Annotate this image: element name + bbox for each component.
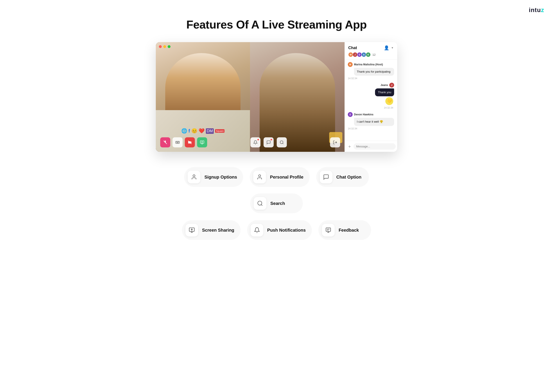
video-controls xyxy=(156,137,345,147)
feature-push-notifications[interactable]: Push Notifications xyxy=(247,220,312,240)
feature-search[interactable]: Search xyxy=(250,194,303,213)
message-time-devon: 14:32:34 xyxy=(348,127,394,130)
personal-profile-icon-wrap xyxy=(253,171,266,183)
features-section: Signup Options Personal Profile Chat Opt… xyxy=(156,167,397,240)
message-group-devon: D Devon Hawkins I can't hear it well 😤 1… xyxy=(348,112,394,130)
svg-rect-24 xyxy=(326,228,331,231)
video-content: 🌐 f 😊 ❤️ DM Square xyxy=(156,42,345,152)
controls-center xyxy=(250,137,287,147)
logo: intuz xyxy=(9,7,544,14)
avatar-1: M xyxy=(348,52,353,57)
avatar-count: 12 xyxy=(372,53,376,56)
video-person-left: 🌐 f 😊 ❤️ DM Square xyxy=(156,42,250,152)
personal-profile-label: Personal Profile xyxy=(270,175,303,180)
chat-title: Chat xyxy=(348,46,357,50)
feedback-icon-wrap xyxy=(322,224,335,237)
svg-point-18 xyxy=(258,201,262,205)
avatar-4: A xyxy=(362,52,366,57)
avatar-5: K xyxy=(366,52,371,57)
feature-personal-profile[interactable]: Personal Profile xyxy=(250,167,309,187)
feature-screen-sharing[interactable]: Screen Sharing xyxy=(182,220,241,240)
search-feature-label: Search xyxy=(270,201,285,206)
avatar-2: J xyxy=(353,52,357,57)
feature-signup-options[interactable]: Signup Options xyxy=(184,167,243,187)
sender-name-devon: Devon Hawkins xyxy=(354,113,374,116)
message-group-jeans: Jeans J Thank you 💛 14:32:34 xyxy=(348,83,394,109)
sender-avatar-devon: D xyxy=(348,112,353,117)
user-icon[interactable]: 👤 xyxy=(384,45,389,50)
avatar-3: D xyxy=(357,52,362,57)
screen-share-button[interactable] xyxy=(197,137,207,147)
features-row-1: Signup Options Personal Profile Chat Opt… xyxy=(156,167,397,213)
minimize-dot[interactable] xyxy=(163,45,166,48)
app-window: 🌐 f 😊 ❤️ DM Square xyxy=(156,42,397,152)
svg-line-19 xyxy=(261,204,262,206)
controls-left xyxy=(160,137,207,147)
feature-feedback[interactable]: Feedback xyxy=(319,220,371,240)
signup-options-label: Signup Options xyxy=(204,175,237,180)
logo-part2: z xyxy=(541,7,544,13)
message-bubble-jeans: Thank you xyxy=(375,88,394,96)
leave-button[interactable] xyxy=(330,137,340,147)
push-notifications-icon-wrap xyxy=(251,224,263,237)
chat-messages: M Marina Maliutina (Host) Thank you for … xyxy=(345,59,397,141)
mute-mic-button[interactable] xyxy=(160,137,170,147)
chat-button[interactable] xyxy=(263,137,274,147)
message-sender-jeans: Jeans J xyxy=(381,83,394,88)
chat-option-label: Chat Option xyxy=(336,175,362,180)
search-button[interactable] xyxy=(277,137,287,147)
svg-rect-1 xyxy=(176,141,179,143)
chat-panel: Chat 👤 ▼ M J D A K 12 M Marina M xyxy=(345,42,397,152)
push-notifications-label: Push Notifications xyxy=(267,228,306,233)
video-section: 🌐 f 😊 ❤️ DM Square xyxy=(156,42,345,152)
message-time-marina: 14:32:34 xyxy=(348,77,394,80)
maximize-dot[interactable] xyxy=(168,45,170,48)
mute-camera-button[interactable] xyxy=(185,137,195,147)
signup-options-icon-wrap xyxy=(188,171,200,183)
keyboard-button[interactable] xyxy=(172,137,183,147)
emoji-bubble-jeans: 💛 xyxy=(385,97,393,105)
svg-point-11 xyxy=(280,141,283,144)
page-title: Features Of A Live Streaming App xyxy=(9,18,544,31)
sender-avatar-jeans: J xyxy=(389,83,394,88)
svg-point-16 xyxy=(193,175,195,177)
screen-sharing-icon-wrap xyxy=(185,224,198,237)
notification-dot xyxy=(257,139,259,141)
sender-name-jeans: Jeans xyxy=(381,84,388,87)
close-dot[interactable] xyxy=(159,45,162,48)
sender-avatar-marina: M xyxy=(348,62,353,67)
message-sender-marina: M Marina Maliutina (Host) xyxy=(348,62,394,67)
features-row-2: Screen Sharing Push Notifications Feedba… xyxy=(156,220,397,240)
feedback-label: Feedback xyxy=(339,228,359,233)
message-sender-devon: D Devon Hawkins xyxy=(348,112,394,117)
chat-header-icons: 👤 ▼ xyxy=(384,45,394,50)
svg-point-17 xyxy=(259,175,261,177)
message-bubble-devon: I can't hear it well 😤 xyxy=(354,118,394,126)
feature-chat-option[interactable]: Chat Option xyxy=(316,167,369,187)
screen-sharing-label: Screen Sharing xyxy=(202,228,234,233)
chat-avatars-row: M J D A K 12 xyxy=(348,52,394,57)
svg-line-12 xyxy=(283,143,284,144)
chat-option-icon-wrap xyxy=(320,171,333,183)
search-feature-icon-wrap xyxy=(254,197,266,210)
window-controls xyxy=(159,45,170,48)
video-person-right xyxy=(250,42,345,152)
logo-part1: intu xyxy=(529,7,541,13)
message-group-marina: M Marina Maliutina (Host) Thank you for … xyxy=(348,62,394,80)
chat-dot xyxy=(270,139,272,141)
chat-input-area: ＋ 🙂 xyxy=(345,141,397,152)
message-time-jeans: 14:32:34 xyxy=(384,106,393,109)
plus-icon[interactable]: ＋ xyxy=(347,143,352,149)
sender-name-marina: Marina Maliutina (Host) xyxy=(354,63,383,66)
chevron-down-icon[interactable]: ▼ xyxy=(391,46,394,49)
notifications-button[interactable] xyxy=(250,137,261,147)
message-input[interactable] xyxy=(354,143,396,150)
message-bubble-marina: Thank you for participating xyxy=(354,68,394,76)
chat-header: Chat 👤 ▼ M J D A K 12 xyxy=(345,42,397,59)
